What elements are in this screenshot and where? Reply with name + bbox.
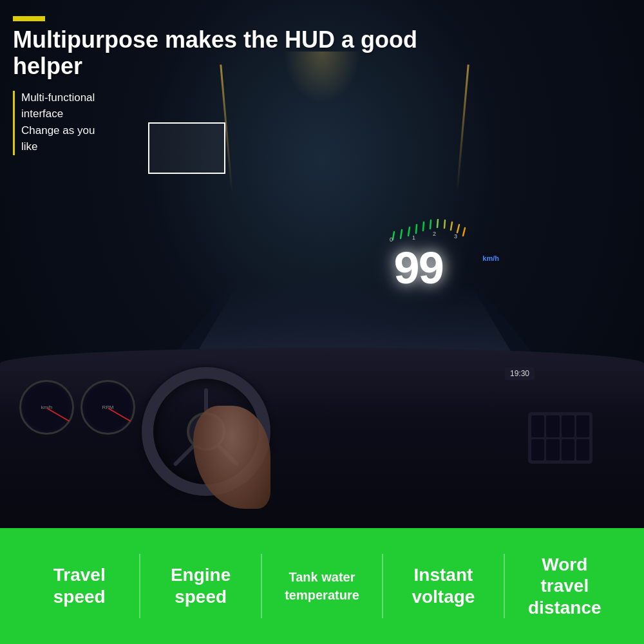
vent-slot <box>546 415 559 437</box>
rpm-label: RPM <box>102 404 114 410</box>
feature-label-word-travel: Wordtraveldistance <box>528 554 601 619</box>
dashboard: km/h RPM <box>0 348 644 528</box>
svg-text:1: 1 <box>412 234 415 241</box>
hud-display: 0 1 2 3 99 km/h <box>386 219 502 296</box>
feature-label-tank-water: Tank watertemperature <box>285 568 359 604</box>
feature-travel-speed: Travelspeed <box>19 564 139 607</box>
svg-line-10 <box>463 228 465 236</box>
svg-line-6 <box>437 220 438 227</box>
rpm-gauge: RPM <box>80 380 135 435</box>
vertical-accent-bar <box>13 91 15 155</box>
svg-line-8 <box>451 222 452 230</box>
svg-line-1 <box>401 230 402 238</box>
vent-slot <box>531 439 544 461</box>
vent-slot <box>576 415 589 437</box>
yellow-accent-bar <box>13 16 45 21</box>
features-bar: Travelspeed Enginespeed Tank watertemper… <box>0 528 644 644</box>
svg-line-9 <box>457 225 459 232</box>
svg-text:3: 3 <box>454 233 457 240</box>
feature-tank-water: Tank watertemperature <box>262 568 382 604</box>
feature-label-engine-speed: Enginespeed <box>171 564 231 607</box>
feature-label-instant-voltage: Instantvoltage <box>412 564 475 607</box>
instrument-cluster: km/h RPM <box>19 380 142 477</box>
svg-line-7 <box>444 220 445 228</box>
feature-word-travel: Wordtraveldistance <box>505 554 625 619</box>
subtitle-block: Multi-functional interface Change as you… <box>13 90 631 155</box>
speedometer-label: km/h <box>41 404 52 410</box>
svg-line-2 <box>408 227 410 236</box>
headline-overlay: Multipurpose makes the HUD a good helper… <box>0 6 644 165</box>
vent-slot <box>546 439 559 461</box>
svg-line-0 <box>393 232 394 240</box>
feature-label-travel-speed: Travelspeed <box>53 564 106 607</box>
car-interior-section: km/h RPM <box>0 0 644 528</box>
svg-line-3 <box>416 225 417 233</box>
svg-line-4 <box>423 222 424 231</box>
time-display: 19:30 <box>505 367 535 380</box>
ac-vents <box>528 412 592 464</box>
vent-slot <box>562 415 574 437</box>
feature-engine-speed: Enginespeed <box>140 564 260 607</box>
feature-instant-voltage: Instantvoltage <box>383 564 503 607</box>
subtitle-text: Multi-functional interface Change as you… <box>21 90 95 155</box>
speedometer-gauge: km/h <box>19 380 74 435</box>
ui-interface-box <box>148 122 225 174</box>
svg-line-5 <box>430 220 431 229</box>
hud-speed-unit: km/h <box>482 254 499 262</box>
hud-speed-display: 99 <box>393 248 442 294</box>
svg-text:0: 0 <box>390 236 393 242</box>
vent-slot <box>531 415 544 437</box>
main-title: Multipurpose makes the HUD a good helper <box>13 26 631 80</box>
main-container: km/h RPM <box>0 0 644 644</box>
rpm-arc: 0 1 2 3 <box>386 219 477 242</box>
rpm-arc-svg: 0 1 2 3 <box>386 219 477 242</box>
vent-slot <box>562 439 574 461</box>
vent-slot <box>576 439 589 461</box>
svg-text:2: 2 <box>433 231 436 237</box>
